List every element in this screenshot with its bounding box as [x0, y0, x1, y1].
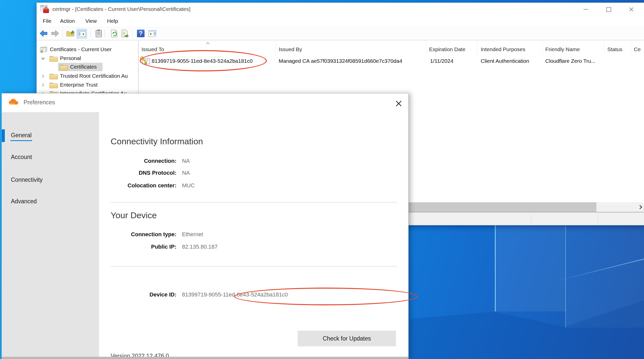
action-pane-button[interactable] [148, 29, 157, 38]
maximize-button[interactable] [599, 3, 618, 16]
certificate-row[interactable]: 81399719-9055-11ed-8e43-524a2ba181c0 Man… [138, 55, 644, 68]
dns-protocol-label: DNS Protocol: [99, 170, 176, 176]
column-issued-by[interactable]: Issued By [276, 41, 426, 55]
folder-icon [49, 73, 58, 79]
tree-item-label: Enterprise Trust [60, 82, 97, 88]
column-expiration-date[interactable]: Expiration Date [426, 41, 478, 55]
column-friendly-name[interactable]: Friendly Name [542, 41, 604, 55]
chevron-down-icon[interactable] [41, 56, 45, 61]
column-intended-purposes[interactable]: Intended Purposes [478, 41, 542, 55]
preferences-dialog: Preferences General Account Connectivity… [2, 93, 409, 359]
toolbar-separator [63, 29, 63, 37]
toolbar-separator [105, 29, 105, 37]
tree-item-personal[interactable]: Personal [37, 54, 138, 63]
certmgr-menubar: File Action View Help [37, 16, 644, 27]
dialog-close-button[interactable] [394, 98, 404, 109]
tree-item-certificates[interactable]: Certificates [37, 63, 138, 71]
certmgr-toolbar: ? [37, 27, 644, 41]
up-one-level-icon [66, 30, 75, 37]
cell-friendly-name: Cloudflare Zero Tru... [545, 58, 595, 64]
help-icon: ? [137, 30, 145, 37]
tree-item-label: Trusted Root Certification Au [60, 73, 128, 79]
menu-view[interactable]: View [85, 18, 97, 24]
nav-account[interactable]: Account [11, 154, 32, 161]
certmgr-app-icon [40, 5, 49, 14]
colocation-label: Colocation center: [99, 182, 176, 189]
tree-item-label: Certificates [70, 64, 97, 70]
check-for-updates-button[interactable]: Check for Updates [298, 331, 396, 346]
column-certificate-template[interactable]: Ce [631, 41, 644, 55]
column-status[interactable]: Status [604, 41, 631, 55]
up-one-level-button[interactable] [66, 29, 75, 38]
scroll-right-button[interactable] [636, 204, 644, 210]
dns-protocol-value: NA [182, 170, 190, 176]
section-divider [111, 202, 397, 203]
nav-advanced[interactable]: Advanced [11, 198, 37, 205]
tree-item-trusted-root[interactable]: Trusted Root Certification Au [37, 72, 138, 81]
properties-button[interactable] [94, 29, 104, 38]
close-icon [629, 7, 634, 12]
connection-value: NA [182, 158, 190, 164]
menu-action[interactable]: Action [60, 18, 75, 24]
dialog-title: Preferences [24, 99, 55, 106]
public-ip-label: Public IP: [99, 244, 176, 250]
connection-label: Connection: [99, 158, 176, 164]
forward-icon [51, 30, 59, 37]
folder-icon [59, 64, 68, 70]
show-console-tree-icon [77, 30, 86, 37]
tree-item-label: Certificates - Current User [50, 46, 112, 52]
folder-icon [49, 82, 58, 88]
close-button[interactable] [622, 3, 641, 16]
cloudflare-logo-icon [8, 98, 21, 106]
cell-issued-to: 81399719-9055-11ed-8e43-524a2ba181c0 [152, 58, 253, 64]
tree-item-label: Personal [60, 55, 81, 61]
cell-expiration-date: 1/11/2024 [430, 58, 453, 64]
cell-issued-by: Managed CA ae57f03931324f08591d660e7c370… [279, 58, 402, 64]
device-id-value: 81399719-9055-11ed-8e43-524a2ba181c0 [182, 291, 288, 298]
public-ip-value: 82.135.80.187 [182, 244, 218, 250]
folder-icon [49, 55, 58, 62]
close-icon [395, 100, 402, 107]
menu-help[interactable]: Help [107, 18, 118, 24]
active-nav-underline [10, 140, 32, 141]
dialog-bottom-edge [2, 357, 408, 359]
tree-item-certificates-current-user[interactable]: Certificates - Current User [37, 45, 138, 54]
refresh-icon [111, 29, 118, 37]
back-button[interactable] [39, 29, 48, 38]
preferences-titlebar[interactable]: Preferences [2, 93, 408, 112]
device-id-label: Device ID: [99, 291, 176, 298]
preferences-sidebar: General Account Connectivity Advanced [2, 112, 99, 357]
certmgr-titlebar[interactable]: certmgr - [Certificates - Current User\P… [37, 3, 644, 16]
menu-file[interactable]: File [43, 18, 51, 24]
preferences-content: Connectivity Information Connection: NA … [99, 112, 408, 357]
nav-connectivity[interactable]: Connectivity [11, 176, 43, 183]
window-title: certmgr - [Certificates - Current User\P… [52, 6, 190, 12]
connection-type-value: Ethernet [182, 231, 203, 238]
connection-type-label: Connection type: [99, 231, 176, 238]
connectivity-information-heading: Connectivity Information [111, 136, 203, 146]
column-issued-to[interactable]: Issued To [138, 41, 276, 55]
nav-general[interactable]: General [11, 132, 32, 139]
show-console-tree-button[interactable] [77, 29, 87, 38]
export-list-icon [121, 29, 129, 37]
section-divider [111, 266, 397, 267]
chevron-right-icon[interactable] [41, 74, 45, 78]
forward-button[interactable] [50, 29, 60, 38]
back-icon [39, 30, 48, 37]
tree-item-enterprise-trust[interactable]: Enterprise Trust [37, 81, 138, 89]
action-pane-icon [148, 30, 157, 37]
export-list-button[interactable] [120, 29, 130, 38]
status-divider [531, 214, 531, 224]
chevron-right-icon [639, 205, 643, 210]
certificates-store-icon [39, 46, 48, 53]
refresh-button[interactable] [110, 29, 119, 38]
cell-intended-purposes: Client Authentication [481, 58, 529, 64]
minimize-button[interactable] [576, 3, 595, 16]
colocation-value: MUC [182, 182, 195, 189]
help-button[interactable]: ? [136, 29, 146, 38]
wallpaper-glass-pane [495, 225, 566, 311]
chevron-right-icon[interactable] [41, 83, 45, 87]
properties-icon [95, 29, 102, 37]
certificate-with-key-icon [140, 55, 151, 66]
toolbar-separator [90, 29, 91, 37]
